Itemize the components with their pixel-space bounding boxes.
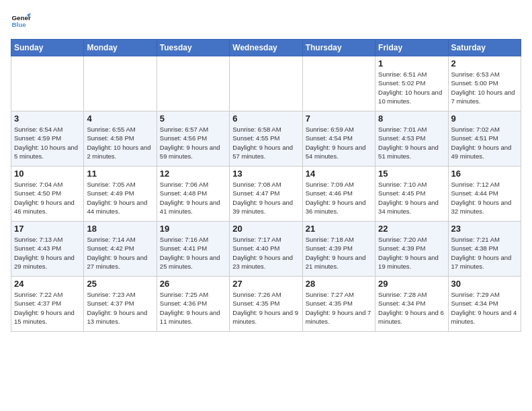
calendar-cell: 28Sunrise: 7:27 AM Sunset: 4:35 PM Dayli… (302, 277, 375, 332)
day-number: 17 (14, 224, 81, 234)
calendar-header: SundayMondayTuesdayWednesdayThursdayFrid… (11, 40, 521, 56)
weekday-header-wednesday: Wednesday (230, 40, 302, 56)
day-info: Sunrise: 7:25 AM Sunset: 4:36 PM Dayligh… (160, 290, 226, 326)
calendar-cell: 6Sunrise: 6:58 AM Sunset: 4:55 PM Daylig… (230, 111, 302, 167)
day-number: 3 (14, 113, 81, 124)
day-number: 22 (378, 224, 445, 234)
svg-text:Blue: Blue (12, 21, 27, 28)
day-number: 1 (378, 58, 445, 68)
calendar-cell (302, 56, 375, 111)
day-info: Sunrise: 6:59 AM Sunset: 4:54 PM Dayligh… (306, 125, 372, 161)
calendar-cell: 13Sunrise: 7:08 AM Sunset: 4:47 PM Dayli… (230, 167, 302, 222)
weekday-header-saturday: Saturday (448, 40, 521, 56)
day-info: Sunrise: 7:08 AM Sunset: 4:47 PM Dayligh… (232, 180, 299, 216)
day-info: Sunrise: 7:22 AM Sunset: 4:37 PM Dayligh… (14, 290, 81, 326)
day-info: Sunrise: 7:14 AM Sunset: 4:42 PM Dayligh… (87, 235, 153, 271)
calendar-cell (84, 56, 157, 111)
day-number: 8 (378, 113, 445, 124)
calendar-cell: 30Sunrise: 7:29 AM Sunset: 4:34 PM Dayli… (448, 277, 521, 332)
day-info: Sunrise: 6:55 AM Sunset: 4:58 PM Dayligh… (87, 125, 153, 161)
calendar-cell: 11Sunrise: 7:05 AM Sunset: 4:49 PM Dayli… (84, 167, 157, 222)
calendar-week-3: 10Sunrise: 7:04 AM Sunset: 4:50 PM Dayli… (11, 167, 521, 222)
calendar-cell: 20Sunrise: 7:17 AM Sunset: 4:40 PM Dayli… (230, 222, 302, 277)
calendar-cell: 15Sunrise: 7:10 AM Sunset: 4:45 PM Dayli… (375, 167, 448, 222)
calendar-cell: 12Sunrise: 7:06 AM Sunset: 4:48 PM Dayli… (157, 167, 229, 222)
logo: General Blue (11, 11, 31, 31)
day-info: Sunrise: 7:09 AM Sunset: 4:46 PM Dayligh… (306, 180, 372, 216)
day-info: Sunrise: 7:23 AM Sunset: 4:37 PM Dayligh… (87, 290, 153, 326)
day-number: 2 (451, 58, 518, 68)
calendar-cell: 4Sunrise: 6:55 AM Sunset: 4:58 PM Daylig… (84, 111, 157, 167)
day-number: 12 (160, 169, 226, 179)
calendar-cell: 23Sunrise: 7:21 AM Sunset: 4:38 PM Dayli… (448, 222, 521, 277)
weekday-header-thursday: Thursday (302, 40, 375, 56)
day-number: 15 (378, 169, 445, 179)
day-number: 5 (160, 113, 226, 124)
calendar-cell: 2Sunrise: 6:53 AM Sunset: 5:00 PM Daylig… (448, 56, 521, 111)
day-info: Sunrise: 6:58 AM Sunset: 4:55 PM Dayligh… (232, 125, 299, 161)
calendar-week-2: 3Sunrise: 6:54 AM Sunset: 4:59 PM Daylig… (11, 111, 521, 167)
calendar-cell: 29Sunrise: 7:28 AM Sunset: 4:34 PM Dayli… (375, 277, 448, 332)
day-info: Sunrise: 7:05 AM Sunset: 4:49 PM Dayligh… (87, 180, 153, 216)
day-info: Sunrise: 7:02 AM Sunset: 4:51 PM Dayligh… (451, 125, 518, 161)
calendar-cell: 10Sunrise: 7:04 AM Sunset: 4:50 PM Dayli… (11, 167, 84, 222)
calendar-cell: 5Sunrise: 6:57 AM Sunset: 4:56 PM Daylig… (157, 111, 229, 167)
day-info: Sunrise: 6:57 AM Sunset: 4:56 PM Dayligh… (160, 125, 226, 161)
day-number: 18 (87, 224, 153, 234)
day-info: Sunrise: 7:13 AM Sunset: 4:43 PM Dayligh… (14, 235, 81, 271)
day-info: Sunrise: 7:12 AM Sunset: 4:44 PM Dayligh… (451, 180, 518, 216)
header: General Blue (11, 11, 521, 31)
weekday-header-sunday: Sunday (11, 40, 84, 56)
day-info: Sunrise: 7:28 AM Sunset: 4:34 PM Dayligh… (378, 290, 445, 326)
calendar-cell: 19Sunrise: 7:16 AM Sunset: 4:41 PM Dayli… (157, 222, 229, 277)
day-info: Sunrise: 7:04 AM Sunset: 4:50 PM Dayligh… (14, 180, 81, 216)
calendar-cell: 9Sunrise: 7:02 AM Sunset: 4:51 PM Daylig… (448, 111, 521, 167)
day-number: 24 (14, 279, 81, 289)
day-info: Sunrise: 7:17 AM Sunset: 4:40 PM Dayligh… (232, 235, 299, 271)
weekday-header-tuesday: Tuesday (157, 40, 229, 56)
day-number: 28 (306, 279, 372, 289)
day-info: Sunrise: 7:26 AM Sunset: 4:35 PM Dayligh… (232, 290, 299, 326)
day-number: 16 (451, 169, 518, 179)
day-number: 10 (14, 169, 81, 179)
day-number: 9 (451, 113, 518, 124)
day-number: 7 (306, 113, 372, 124)
day-number: 21 (306, 224, 372, 234)
day-number: 6 (232, 113, 299, 124)
calendar-cell: 7Sunrise: 6:59 AM Sunset: 4:54 PM Daylig… (302, 111, 375, 167)
calendar-cell: 18Sunrise: 7:14 AM Sunset: 4:42 PM Dayli… (84, 222, 157, 277)
calendar-week-1: 1Sunrise: 6:51 AM Sunset: 5:02 PM Daylig… (11, 56, 521, 111)
calendar-cell: 14Sunrise: 7:09 AM Sunset: 4:46 PM Dayli… (302, 167, 375, 222)
day-info: Sunrise: 7:06 AM Sunset: 4:48 PM Dayligh… (160, 180, 226, 216)
calendar-cell: 27Sunrise: 7:26 AM Sunset: 4:35 PM Dayli… (230, 277, 302, 332)
calendar-cell: 24Sunrise: 7:22 AM Sunset: 4:37 PM Dayli… (11, 277, 84, 332)
logo-icon: General Blue (11, 11, 31, 31)
day-info: Sunrise: 7:21 AM Sunset: 4:38 PM Dayligh… (451, 235, 518, 271)
calendar-cell (230, 56, 302, 111)
day-number: 14 (306, 169, 372, 179)
day-number: 26 (160, 279, 226, 289)
day-number: 19 (160, 224, 226, 234)
day-number: 27 (232, 279, 299, 289)
day-info: Sunrise: 7:20 AM Sunset: 4:39 PM Dayligh… (378, 235, 445, 271)
calendar-cell: 26Sunrise: 7:25 AM Sunset: 4:36 PM Dayli… (157, 277, 229, 332)
day-info: Sunrise: 7:01 AM Sunset: 4:53 PM Dayligh… (378, 125, 445, 161)
day-number: 25 (87, 279, 153, 289)
day-number: 29 (378, 279, 445, 289)
day-number: 30 (451, 279, 518, 289)
day-info: Sunrise: 6:53 AM Sunset: 5:00 PM Dayligh… (451, 70, 518, 105)
calendar-cell: 22Sunrise: 7:20 AM Sunset: 4:39 PM Dayli… (375, 222, 448, 277)
day-info: Sunrise: 7:27 AM Sunset: 4:35 PM Dayligh… (306, 290, 372, 326)
day-info: Sunrise: 7:16 AM Sunset: 4:41 PM Dayligh… (160, 235, 226, 271)
weekday-header-friday: Friday (375, 40, 448, 56)
calendar-cell: 25Sunrise: 7:23 AM Sunset: 4:37 PM Dayli… (84, 277, 157, 332)
calendar-cell: 16Sunrise: 7:12 AM Sunset: 4:44 PM Dayli… (448, 167, 521, 222)
day-number: 13 (232, 169, 299, 179)
calendar-week-4: 17Sunrise: 7:13 AM Sunset: 4:43 PM Dayli… (11, 222, 521, 277)
calendar-cell (157, 56, 229, 111)
day-info: Sunrise: 7:18 AM Sunset: 4:39 PM Dayligh… (306, 235, 372, 271)
day-number: 20 (232, 224, 299, 234)
day-number: 11 (87, 169, 153, 179)
calendar-week-5: 24Sunrise: 7:22 AM Sunset: 4:37 PM Dayli… (11, 277, 521, 332)
day-info: Sunrise: 6:54 AM Sunset: 4:59 PM Dayligh… (14, 125, 81, 161)
